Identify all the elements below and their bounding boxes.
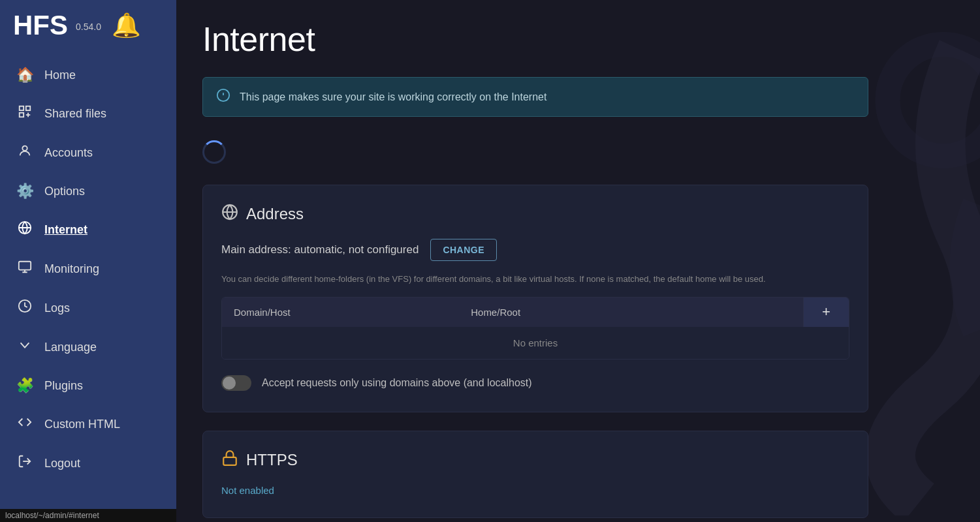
- sidebar-item-home[interactable]: 🏠 Home: [0, 56, 176, 94]
- globe-icon: [221, 204, 238, 224]
- sidebar-item-options[interactable]: ⚙️ Options: [0, 172, 176, 210]
- change-button[interactable]: CHANGE: [430, 239, 497, 261]
- sidebar-item-options-label: Options: [44, 185, 85, 198]
- address-row: Main address: automatic, not configured …: [221, 239, 849, 261]
- monitoring-icon: [16, 260, 34, 278]
- sidebar-header: HFS 0.54.0 🔔: [0, 0, 176, 51]
- add-entry-button[interactable]: +: [803, 298, 849, 327]
- home-icon: 🏠: [16, 67, 34, 84]
- address-hint-text: You can decide different home-folders (i…: [221, 273, 849, 286]
- sidebar-item-plugins[interactable]: 🧩 Plugins: [0, 367, 176, 405]
- sidebar-logo: HFS: [13, 12, 68, 39]
- info-banner: This page makes sure your site is workin…: [202, 77, 868, 117]
- sidebar-item-monitoring[interactable]: Monitoring: [0, 249, 176, 288]
- sidebar-item-custom-html-label: Custom HTML: [44, 418, 120, 431]
- svg-rect-13: [223, 457, 236, 465]
- https-card-title: HTTPS: [221, 450, 849, 470]
- page-title: Internet: [202, 20, 868, 59]
- sidebar-item-home-label: Home: [44, 69, 76, 82]
- sidebar-item-language[interactable]: Language: [0, 328, 176, 367]
- sidebar-item-monitoring-label: Monitoring: [44, 262, 99, 276]
- https-status-text: Not enabled: [221, 485, 274, 496]
- main-content: Internet This page makes sure your site …: [176, 0, 980, 522]
- sidebar: HFS 0.54.0 🔔 🏠 Home Shared files Account…: [0, 0, 176, 522]
- col-home-header: Home/Root: [459, 298, 803, 327]
- accept-domains-toggle[interactable]: [221, 375, 251, 391]
- sidebar-item-shared-files[interactable]: Shared files: [0, 94, 176, 133]
- table-header: Domain/Host Home/Root +: [222, 298, 849, 327]
- logs-icon: [16, 299, 34, 317]
- sidebar-version: 0.54.0: [76, 22, 101, 32]
- sidebar-item-logout[interactable]: Logout: [0, 444, 176, 483]
- svg-rect-1: [26, 106, 30, 110]
- svg-rect-5: [19, 262, 31, 270]
- svg-point-8: [888, 44, 981, 156]
- table-empty-text: No entries: [222, 327, 849, 359]
- shared-files-icon: [16, 104, 34, 123]
- sidebar-item-accounts[interactable]: Accounts: [0, 133, 176, 172]
- address-title-text: Address: [246, 205, 304, 223]
- sidebar-logo-icon: 🔔: [112, 12, 141, 39]
- svg-point-3: [22, 146, 27, 151]
- col-domain-header: Domain/Host: [222, 298, 459, 327]
- main-address-text: Main address: automatic, not configured: [221, 243, 419, 256]
- svg-rect-2: [20, 113, 24, 117]
- info-icon: [216, 88, 230, 106]
- address-card: Address Main address: automatic, not con…: [202, 185, 868, 412]
- sidebar-item-logout-label: Logout: [44, 457, 80, 470]
- sidebar-item-shared-files-label: Shared files: [44, 107, 106, 121]
- custom-html-icon: [16, 415, 34, 433]
- toggle-thumb: [223, 376, 236, 390]
- https-title-text: HTTPS: [246, 451, 298, 469]
- https-card: HTTPS Not enabled: [202, 431, 868, 518]
- sidebar-item-logs[interactable]: Logs: [0, 288, 176, 328]
- sidebar-item-internet-label: Internet: [44, 223, 87, 237]
- sidebar-item-internet[interactable]: Internet: [0, 210, 176, 249]
- sidebar-item-custom-html[interactable]: Custom HTML: [0, 405, 176, 444]
- main-inner: Internet This page makes sure your site …: [176, 0, 894, 522]
- loading-spinner-container: [202, 135, 868, 185]
- svg-rect-0: [20, 106, 24, 110]
- domain-host-table: Domain/Host Home/Root + No entries: [221, 297, 849, 360]
- options-icon: ⚙️: [16, 183, 34, 200]
- sidebar-item-accounts-label: Accounts: [44, 146, 93, 160]
- toggle-row: Accept requests only using domains above…: [221, 375, 849, 391]
- address-card-title: Address: [221, 204, 849, 224]
- language-icon: [16, 338, 34, 356]
- sidebar-item-plugins-label: Plugins: [44, 379, 83, 393]
- toggle-label-text: Accept requests only using domains above…: [262, 377, 532, 389]
- logout-icon: [16, 454, 34, 472]
- lock-icon: [221, 450, 238, 470]
- sidebar-item-logs-label: Logs: [44, 301, 70, 315]
- sidebar-item-language-label: Language: [44, 341, 97, 354]
- status-bar: localhost/~/admin/#internet: [0, 509, 176, 522]
- sidebar-nav: 🏠 Home Shared files Accounts ⚙️ Options: [0, 51, 176, 522]
- table-body: No entries: [222, 327, 849, 359]
- plugins-icon: 🧩: [16, 377, 34, 394]
- info-banner-text: This page makes sure your site is workin…: [240, 91, 546, 103]
- loading-spinner: [202, 140, 226, 164]
- accounts-icon: [16, 144, 34, 162]
- internet-icon: [16, 221, 34, 239]
